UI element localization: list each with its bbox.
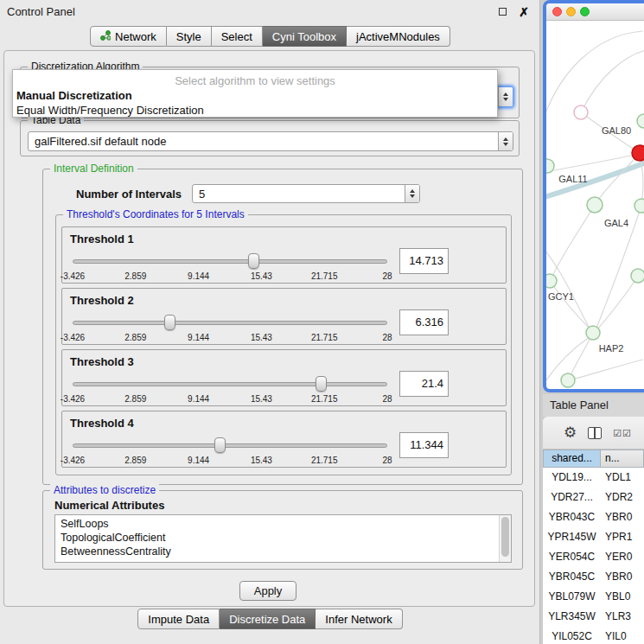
- column-header-2[interactable]: n...: [601, 450, 644, 468]
- table-row[interactable]: YBR045CYBR0: [543, 567, 644, 587]
- tab-infer-network[interactable]: Infer Network: [316, 609, 402, 629]
- scale-tick-label: 15.43: [251, 456, 272, 465]
- table-cell[interactable]: YIL0: [601, 627, 644, 644]
- table-row[interactable]: YPR145WYPR1: [543, 527, 644, 547]
- slider-thumb[interactable]: [214, 437, 226, 453]
- scale-tick-label: 2.859: [124, 394, 146, 404]
- network-node-green[interactable]: [546, 274, 557, 288]
- table-cell[interactable]: YLR3: [601, 607, 644, 627]
- attribute-item[interactable]: BetweennessCentrality: [55, 545, 511, 558]
- table-cell[interactable]: YBL079W: [543, 587, 601, 607]
- columns-icon[interactable]: [588, 427, 602, 439]
- table-data-combobox[interactable]: galFiltered.sif default node: [28, 131, 513, 151]
- tab-label: Discretize Data: [229, 610, 305, 628]
- table-cell[interactable]: YBR0: [601, 507, 644, 527]
- table-row[interactable]: YER054CYER0: [543, 547, 644, 567]
- table-row[interactable]: YIL052CYIL0: [543, 627, 644, 644]
- network-edge: [552, 205, 595, 278]
- table-cell[interactable]: YPR1: [601, 527, 644, 547]
- threshold-slider[interactable]: -3.4262.8599.14415.4321.71528: [73, 436, 387, 467]
- scale-tick-label: 9.144: [188, 394, 209, 404]
- apply-button[interactable]: Apply: [239, 581, 296, 601]
- attribute-item[interactable]: SelfLoops: [55, 517, 511, 531]
- tab-jactivemnodules[interactable]: jActiveMNodules: [347, 26, 450, 47]
- network-node-green[interactable]: [634, 199, 644, 213]
- slider-thumb[interactable]: [164, 315, 175, 330]
- table-cell[interactable]: YBR043C: [543, 507, 601, 527]
- table-cell[interactable]: YIL052C: [543, 627, 601, 644]
- num-intervals-combobox[interactable]: 5: [192, 184, 420, 203]
- network-node-green[interactable]: [561, 373, 575, 387]
- threshold-slider[interactable]: -3.4262.8599.14415.4321.71528: [73, 313, 387, 344]
- threshold-panel-2: Threshold 2-3.4262.8599.14415.4321.71528…: [61, 288, 507, 345]
- network-node-green[interactable]: [587, 197, 603, 213]
- threshold-value-field[interactable]: 6.316: [399, 309, 449, 335]
- table-cell[interactable]: YER054C: [543, 547, 601, 567]
- scale-tick-label: 15.43: [251, 271, 272, 281]
- network-window-titlebar: [546, 3, 644, 21]
- table-row[interactable]: YDR27...YDR2: [543, 488, 644, 507]
- table-cell[interactable]: YBR0: [601, 567, 644, 587]
- table-cell[interactable]: YER0: [601, 547, 644, 567]
- threshold-value-field[interactable]: 11.344: [399, 432, 449, 458]
- slider-track[interactable]: [73, 382, 387, 386]
- scrollbar-thumb[interactable]: [501, 517, 509, 557]
- select-columns-checkboxes-icon[interactable]: ☑☑: [613, 428, 632, 438]
- slider-track[interactable]: [73, 259, 387, 264]
- slider-thumb[interactable]: [316, 376, 327, 392]
- attribute-item[interactable]: TopologicalCoefficient: [55, 531, 511, 545]
- network-node-pink[interactable]: [574, 105, 588, 119]
- table-cell[interactable]: YPR145W: [543, 527, 601, 547]
- table-cell[interactable]: YDL1: [601, 468, 644, 488]
- slider-track[interactable]: [73, 321, 387, 325]
- dropdown-option-equal-width-frequency[interactable]: Equal Width/Frequency Discretization: [13, 103, 497, 118]
- combo-stepper-icon[interactable]: [498, 132, 513, 150]
- network-node-green[interactable]: [586, 326, 600, 340]
- combo-stepper-icon[interactable]: [498, 87, 513, 106]
- combo-stepper-icon[interactable]: [405, 185, 419, 202]
- tab-cyni-toolbox[interactable]: Cyni Toolbox: [263, 26, 347, 47]
- scale-tick-label: 9.144: [188, 333, 209, 342]
- threshold-slider[interactable]: -3.4262.8599.14415.4321.71528: [73, 252, 387, 283]
- threshold-value-field[interactable]: 21.4: [399, 371, 449, 397]
- table-cell[interactable]: YDR2: [601, 488, 644, 507]
- threshold-value-field[interactable]: 14.713: [399, 248, 449, 274]
- network-node-red[interactable]: [632, 145, 644, 161]
- network-edge: [546, 31, 643, 131]
- close-icon[interactable]: ✗: [519, 6, 529, 18]
- tab-discretize-data[interactable]: Discretize Data: [220, 609, 316, 629]
- table-cell[interactable]: YBR045C: [543, 567, 601, 587]
- gear-icon[interactable]: ⚙: [564, 425, 577, 440]
- table-cell[interactable]: YBL0: [601, 587, 644, 607]
- table-cell[interactable]: YDR27...: [543, 488, 601, 507]
- network-node-green[interactable]: [631, 269, 644, 283]
- numerical-attributes-list[interactable]: SelfLoopsTopologicalCoefficientBetweenne…: [54, 514, 512, 563]
- mac-close-icon[interactable]: [552, 7, 562, 16]
- mac-minimize-icon[interactable]: [566, 7, 576, 16]
- table-cell[interactable]: YDL19...: [543, 468, 601, 488]
- table-row[interactable]: YBR043CYBR0: [543, 507, 644, 527]
- tab-impute-data[interactable]: Impute Data: [137, 609, 220, 629]
- float-window-icon[interactable]: [499, 8, 507, 16]
- interval-definition-group: Interval Definition Number of Intervals …: [42, 169, 523, 485]
- list-scrollbar[interactable]: [499, 515, 511, 562]
- tab-network[interactable]: Network: [90, 26, 167, 47]
- slider-track[interactable]: [73, 443, 387, 448]
- table-row[interactable]: YBL079WYBL0: [543, 587, 644, 607]
- network-node-green[interactable]: [637, 114, 644, 128]
- column-header-1[interactable]: shared...: [543, 450, 601, 468]
- table-rows: YDL19...YDL1YDR27...YDR2YBR043CYBR0YPR14…: [543, 468, 644, 644]
- tab-select[interactable]: Select: [212, 26, 263, 47]
- network-edge: [568, 360, 643, 380]
- mac-zoom-icon[interactable]: [580, 7, 590, 16]
- tab-style[interactable]: Style: [167, 26, 212, 47]
- table-row[interactable]: YDL19...YDL1: [543, 468, 644, 488]
- network-node-green[interactable]: [546, 159, 554, 173]
- slider-thumb[interactable]: [248, 253, 259, 269]
- threshold-slider[interactable]: -3.4262.8599.14415.4321.71528: [73, 374, 387, 405]
- network-canvas[interactable]: GAL80GAL11GAL4GCY1HAP2: [546, 21, 644, 389]
- dropdown-option-manual-discretization[interactable]: Manual Discretization: [13, 88, 497, 103]
- network-edge: [550, 281, 590, 329]
- table-row[interactable]: YLR345WYLR3: [543, 607, 644, 627]
- table-cell[interactable]: YLR345W: [543, 607, 601, 627]
